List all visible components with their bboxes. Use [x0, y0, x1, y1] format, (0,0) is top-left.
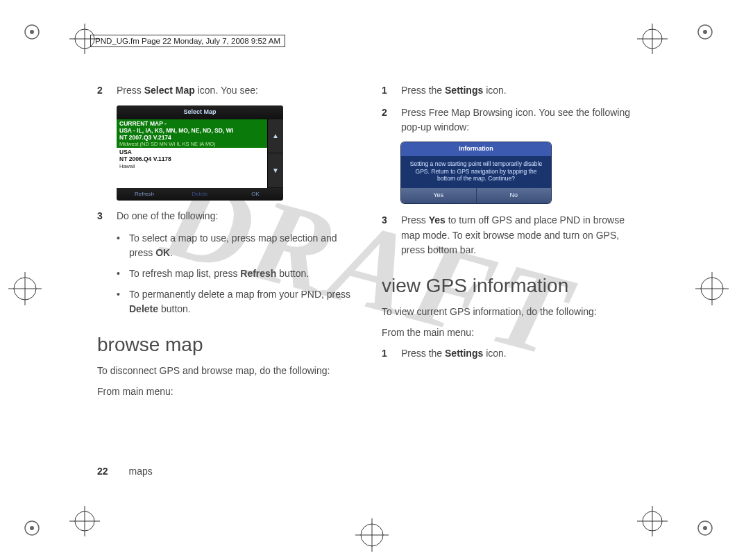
step-number: 2 — [382, 105, 401, 135]
svg-point-1 — [30, 30, 34, 34]
step-body: Press Free Map Browsing icon. You see th… — [401, 105, 638, 135]
arrow-up-icon[interactable]: ▲ — [268, 119, 283, 153]
bullet-item: • To permanently delete a map from your … — [117, 287, 354, 317]
text: Press the — [401, 348, 445, 359]
corner-cross-tr — [634, 21, 670, 57]
step-number: 3 — [382, 213, 401, 258]
heading-browse-map: browse map — [97, 330, 354, 359]
select-map-list: CURRENT MAP - USA - IL, IA, KS, MN, MO, … — [117, 119, 267, 188]
row1-line2: USA - IL, IA, KS, MN, MO, NE, ND, SD, WI — [119, 127, 264, 134]
text: To refresh map list, press — [129, 268, 240, 279]
paragraph: To view current GPS information, do the … — [382, 305, 638, 320]
bold-text: OK — [155, 247, 170, 258]
svg-point-7 — [703, 526, 707, 530]
text: icon. You see: — [195, 85, 258, 96]
bold-text: Select Map — [144, 85, 195, 96]
left-column: 2 Press Select Map icon. You see: Select… — [97, 83, 354, 500]
paragraph: From main menu: — [97, 384, 354, 400]
bullet-item: • To select a map to use, press map sele… — [117, 231, 354, 261]
text: . — [170, 247, 173, 258]
bold-text: Settings — [445, 348, 483, 359]
registration-mark-right — [694, 271, 730, 307]
step-2: 2 Press Select Map icon. You see: — [97, 83, 354, 99]
bullet-body: To permanently delete a map from your PN… — [129, 287, 354, 317]
crop-mark-tl — [18, 18, 46, 46]
bold-text: Yes — [429, 214, 446, 226]
step-number: 1 — [382, 83, 401, 99]
bullet-body: To select a map to use, press map select… — [129, 231, 354, 261]
svg-point-3 — [703, 30, 707, 34]
bullet-icon: • — [117, 231, 129, 261]
corner-cross-bl — [67, 503, 103, 539]
delete-button[interactable]: Delete — [172, 188, 228, 201]
select-map-screenshot: Select Map CURRENT MAP - USA - IL, IA, K… — [117, 105, 283, 201]
text: Press the — [401, 85, 445, 96]
select-map-buttons: Refresh Delete OK — [117, 188, 283, 201]
crop-mark-br — [691, 514, 719, 542]
row1-line1: CURRENT MAP - — [119, 120, 264, 127]
bullet-icon: • — [117, 266, 129, 282]
row2-line1: USA — [119, 149, 264, 155]
ok-button[interactable]: OK — [228, 188, 283, 201]
text: button. — [158, 303, 191, 314]
step-body: Press Select Map icon. You see: — [117, 83, 354, 99]
crop-mark-tr — [691, 18, 719, 46]
step-body: Do one of the following: — [117, 209, 354, 224]
step-number: 1 — [382, 346, 401, 362]
refresh-button[interactable]: Refresh — [117, 188, 172, 201]
step-3: 3 Do one of the following: — [97, 209, 354, 224]
heading-view-gps: view GPS information — [382, 271, 638, 300]
page-header-stamp: PND_UG.fm Page 22 Monday, July 7, 2008 9… — [90, 35, 285, 47]
bullet-item: • To refresh map list, press Refresh but… — [117, 266, 354, 282]
row2-line2: NT 2006.Q4 V.1178 — [119, 155, 264, 162]
no-button[interactable]: No — [477, 188, 552, 203]
text: button. — [276, 268, 309, 279]
text: Press — [117, 85, 144, 96]
view-gps-step-1: 1 Press the Settings icon. — [382, 346, 638, 362]
popup-body: Setting a new starting point will tempor… — [401, 156, 551, 188]
step-body: Press the Settings icon. — [401, 83, 638, 99]
map-row-2: USA NT 2006.Q4 V.1178 Hawaii — [117, 148, 267, 169]
bold-text: Refresh — [240, 268, 276, 279]
paragraph: From the main menu: — [382, 325, 638, 341]
text: icon. — [483, 348, 506, 359]
registration-mark-left — [7, 271, 43, 307]
bullet-icon: • — [117, 287, 129, 317]
popup-buttons: Yes No — [401, 188, 551, 203]
step-3: 3 Press Yes to turn off GPS and place PN… — [382, 213, 638, 258]
row1-line3: NT 2007.Q3 V.2174 — [119, 134, 264, 141]
bullet-body: To refresh map list, press Refresh butto… — [129, 266, 354, 282]
step-2: 2 Press Free Map Browsing icon. You see … — [382, 105, 638, 135]
corner-cross-br — [634, 503, 670, 539]
step-body: Press the Settings icon. — [401, 346, 638, 362]
text: To permanently delete a map from your PN… — [129, 289, 350, 300]
current-map-row: CURRENT MAP - USA - IL, IA, KS, MN, MO, … — [117, 119, 267, 149]
text: Press — [401, 214, 429, 226]
bold-text: Delete — [129, 303, 158, 314]
select-map-scroll: ▲ ▼ — [267, 119, 283, 188]
step-1: 1 Press the Settings icon. — [382, 83, 638, 99]
arrow-down-icon[interactable]: ▼ — [268, 153, 283, 187]
page-content: 2 Press Select Map icon. You see: Select… — [97, 83, 638, 500]
row1-region: Midwest (ND SD MN WI IL KS NE IA MO) — [119, 141, 264, 147]
registration-mark-bottom — [354, 517, 390, 553]
step-number: 3 — [97, 209, 117, 224]
select-map-title: Select Map — [117, 105, 283, 119]
crop-mark-bl — [18, 514, 46, 542]
row2-region: Hawaii — [119, 163, 264, 169]
step-body: Press Yes to turn off GPS and place PND … — [401, 213, 638, 258]
paragraph: To disconnect GPS and browse map, do the… — [97, 364, 354, 379]
popup-title: Information — [401, 142, 551, 156]
yes-button[interactable]: Yes — [401, 188, 477, 203]
text: icon. — [483, 85, 506, 96]
bold-text: Settings — [445, 85, 483, 96]
bullet-list: • To select a map to use, press map sele… — [117, 231, 354, 317]
right-column: 1 Press the Settings icon. 2 Press Free … — [382, 83, 638, 500]
step-number: 2 — [97, 83, 117, 99]
svg-point-5 — [30, 526, 34, 530]
information-popup-screenshot: Information Setting a new starting point… — [401, 142, 551, 203]
